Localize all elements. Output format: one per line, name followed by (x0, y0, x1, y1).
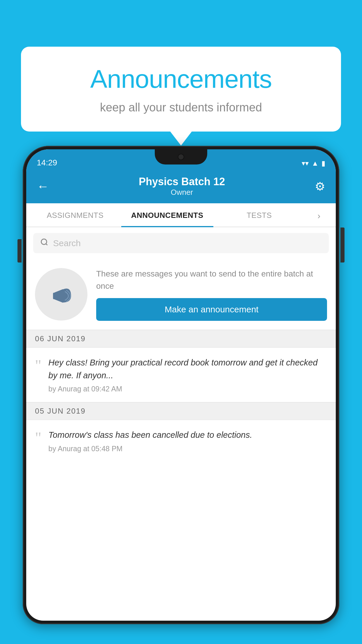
tab-more[interactable]: › (305, 203, 333, 227)
speech-bubble: Announcements keep all your students inf… (21, 47, 341, 132)
tab-bar: ASSIGNMENTS ANNOUNCEMENTS TESTS › (26, 203, 336, 227)
svg-rect-3 (53, 293, 56, 299)
svg-marker-2 (55, 289, 63, 302)
wifi-icon: ▾▾ (302, 159, 309, 167)
speech-bubble-container: Announcements keep all your students inf… (21, 47, 341, 132)
phone-outer: 14:29 ▾▾ ▲ ▮ ← Physics Batch 12 Owner ⚙ (23, 146, 339, 624)
tab-tests[interactable]: TESTS (213, 203, 305, 227)
batch-subtitle: Owner (139, 188, 225, 197)
announcement-item-2[interactable]: " Tomorrow's class has been cancelled du… (26, 420, 336, 462)
announcement-meta-1: by Anurag at 09:42 AM (48, 385, 327, 393)
back-button[interactable]: ← (37, 179, 49, 193)
promo-content: These are messages you want to send to t… (96, 268, 327, 321)
quote-icon-1: " (35, 358, 41, 373)
search-bar[interactable]: Search (33, 233, 329, 253)
announcement-text-2: Tomorrow's class has been cancelled due … (48, 429, 327, 442)
phone-notch (155, 149, 207, 164)
phone-screen: 14:29 ▾▾ ▲ ▮ ← Physics Batch 12 Owner ⚙ (26, 149, 336, 621)
tab-assignments[interactable]: ASSIGNMENTS (29, 203, 121, 227)
header-center: Physics Batch 12 Owner (139, 176, 225, 197)
promo-block: These are messages you want to send to t… (26, 259, 336, 330)
svg-line-1 (46, 244, 47, 245)
svg-point-0 (41, 239, 47, 245)
promo-icon-circle (35, 268, 87, 321)
announcement-content-1: Hey class! Bring your practical record b… (48, 356, 327, 393)
announcement-meta-2: by Anurag at 05:48 PM (48, 444, 327, 453)
date-separator-1: 06 JUN 2019 (26, 330, 336, 348)
announcement-subtitle: keep all your students informed (33, 101, 329, 114)
announcement-content-2: Tomorrow's class has been cancelled due … (48, 429, 327, 453)
announcement-item-1[interactable]: " Hey class! Bring your practical record… (26, 348, 336, 402)
megaphone-icon (48, 281, 74, 307)
announcement-title: Announcements (33, 64, 329, 94)
app-header: ← Physics Batch 12 Owner ⚙ (26, 170, 336, 203)
promo-description: These are messages you want to send to t… (96, 268, 327, 292)
make-announcement-button[interactable]: Make an announcement (96, 298, 327, 321)
signal-icon: ▲ (312, 159, 319, 167)
announcement-text-1: Hey class! Bring your practical record b… (48, 356, 327, 382)
search-icon (40, 238, 48, 249)
tab-announcements[interactable]: ANNOUNCEMENTS (121, 203, 213, 227)
status-time: 14:29 (37, 158, 57, 167)
date-separator-2: 05 JUN 2019 (26, 402, 336, 420)
quote-icon-2: " (35, 430, 41, 446)
battery-icon: ▮ (321, 159, 325, 167)
settings-icon[interactable]: ⚙ (315, 180, 325, 193)
phone-wrapper: 14:29 ▾▾ ▲ ▮ ← Physics Batch 12 Owner ⚙ (23, 146, 339, 644)
status-icons: ▾▾ ▲ ▮ (302, 159, 325, 167)
camera (178, 154, 184, 160)
batch-title: Physics Batch 12 (139, 176, 225, 188)
search-placeholder: Search (53, 238, 81, 248)
